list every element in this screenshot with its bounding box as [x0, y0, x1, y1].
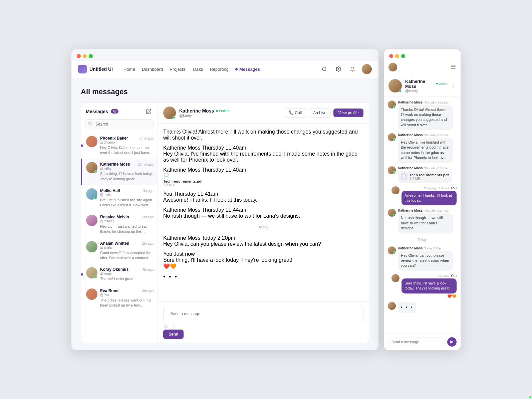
unread-dot — [81, 273, 83, 276]
msg-bubble: No rush though — we still have to wait f… — [398, 213, 453, 233]
msg-avatar — [388, 209, 396, 217]
contact-item[interactable]: Phoenix Baker 5min ago @phoenix Hey Oliv… — [81, 133, 158, 159]
online-dot — [393, 138, 395, 141]
archive-button[interactable]: Archive — [309, 108, 331, 118]
sp-send-button[interactable] — [447, 337, 457, 347]
sp-minimize-button[interactable] — [395, 54, 399, 58]
search-input[interactable] — [85, 119, 154, 129]
send-button[interactable]: Send — [163, 330, 184, 339]
call-button[interactable]: Call — [285, 108, 306, 118]
contact-preview: I've just published the site again. Look… — [100, 198, 154, 208]
msg-meta: You Thursday 11:41am — [402, 186, 457, 190]
contact-handle: @koray — [100, 272, 154, 275]
sp-maximize-button[interactable] — [401, 54, 405, 58]
contact-item[interactable]: Katherine Moss 20min ago @kathy Sure thi… — [81, 159, 158, 185]
search-box — [85, 119, 154, 129]
notifications-button[interactable] — [348, 64, 357, 74]
contact-time: 1hr ago — [142, 189, 154, 193]
msg-time: Today 2:20pm — [202, 235, 235, 241]
contact-time: 2hr ago — [142, 215, 154, 219]
contact-item[interactable]: Koray Okumus 4hr ago @koray Thanks! Look… — [81, 264, 158, 285]
msg-time: Thursday 11:40am — [202, 145, 246, 151]
msg-avatar — [388, 246, 396, 254]
msg-content: Thanks Olivia! Almost there. I'll work o… — [163, 129, 363, 141]
contact-name: Katherine Moss — [100, 162, 130, 167]
contact-name-row: Koray Okumus 4hr ago — [100, 267, 154, 272]
msg-sender: You — [451, 186, 457, 190]
file-size: 1.2 MB — [410, 177, 449, 181]
file-info: Tech requirements.pdf 1.2 MB — [163, 179, 363, 187]
msg-time: Thursday 11:41am — [424, 187, 449, 190]
contact-avatar — [86, 188, 97, 200]
message-row: Katherine Moss Thursday 11:40am Hey Oliv… — [388, 133, 457, 163]
msg-content: Katherine Moss Thursday 10:16am Thanks O… — [398, 101, 453, 130]
file-bubble: 📄 Tech requirements.pdf 1.2 MB — [398, 171, 452, 183]
contact-item[interactable]: Analah Whitten 2hr ago @analah Good news… — [81, 238, 158, 264]
msg-bubble: Thanks Olivia! Almost there. I'll work o… — [163, 129, 363, 141]
message-input-wrapper — [163, 306, 363, 323]
page-title: All messages — [81, 87, 369, 96]
emoji-button[interactable]: ☺ — [163, 323, 169, 329]
msg-sender: Katherine Moss — [398, 246, 423, 250]
close-button[interactable] — [77, 54, 81, 58]
contact-info: Phoenix Baker 5min ago @phoenix Hey Oliv… — [100, 136, 154, 156]
nav-home[interactable]: Home — [123, 65, 135, 73]
contact-time: 2hr ago — [142, 242, 154, 245]
msg-time: Today 2:20pm — [424, 247, 443, 250]
contact-avatar — [86, 267, 97, 278]
nav-links: Home Dashboard Projects Tasks Reporting … — [123, 65, 312, 73]
messages-count-badge: 40 — [111, 109, 118, 114]
sp-message-input[interactable] — [388, 338, 445, 346]
msg-avatar — [388, 166, 396, 174]
message-row: Katherine Moss Thursday 11:44am No rush … — [388, 209, 457, 233]
msg-time: Thursday 11:41am — [174, 191, 218, 197]
user-avatar[interactable] — [362, 64, 372, 74]
contact-handle: @analah — [100, 246, 154, 249]
msg-meta: Katherine Moss Thursday 11:40am — [398, 133, 453, 137]
file-name: Tech requirements.pdf — [410, 173, 449, 177]
nav-dashboard[interactable]: Dashboard — [142, 65, 163, 73]
contact-time: 20min ago — [138, 163, 154, 166]
chat-contact-avatar — [163, 107, 176, 119]
msg-avatar — [388, 101, 396, 109]
msg-bubble: Hey Olivia, can you please review the la… — [163, 241, 363, 247]
sp-menu-button[interactable]: ☰ — [451, 63, 456, 71]
minimize-button[interactable] — [83, 54, 87, 58]
contact-info: Katherine Moss 20min ago @kathy Sure thi… — [100, 162, 154, 182]
sp-contact-name: Katherine Moss Online — [405, 79, 447, 89]
msg-sender: Katherine Moss — [163, 167, 200, 173]
online-dot — [393, 251, 395, 254]
nav-reporting[interactable]: Reporting — [210, 65, 229, 73]
message-row: Katherine Moss Thursday 10:16am Thanks O… — [388, 101, 457, 130]
msg-content: • • • — [398, 302, 416, 313]
contact-info: Rosalee Melvin 2hr ago @rosalee Hey Liv … — [100, 215, 154, 234]
message-row: Thanks Olivia! Almost there. I'll work o… — [163, 129, 363, 141]
nav-tasks[interactable]: Tasks — [192, 65, 203, 73]
message-row: Katherine Moss Thursday 11:40am Hey Oliv… — [163, 145, 363, 163]
settings-button[interactable] — [334, 64, 343, 74]
msg-meta: Katherine Moss Today 2:20pm — [163, 235, 363, 241]
msg-meta: You Thursday 11:41am — [163, 191, 363, 197]
contact-item[interactable]: Rosalee Melvin 2hr ago @rosalee Hey Liv … — [81, 211, 158, 238]
nav-projects[interactable]: Projects — [170, 65, 185, 73]
message-input[interactable] — [167, 309, 360, 319]
contact-preview: Thanks! Looks great! — [100, 276, 154, 281]
brand[interactable]: Untitled UI — [78, 65, 113, 73]
contact-name-row: Analah Whitten 2hr ago — [100, 241, 154, 246]
msg-bubble: Awesome! Thanks. I'll look at this today… — [402, 191, 457, 206]
msg-avatar — [391, 186, 400, 194]
maximize-button[interactable] — [89, 54, 93, 58]
sp-close-button[interactable] — [389, 54, 393, 58]
search-button[interactable] — [320, 64, 329, 74]
contact-item[interactable]: Mollie Hall 1hr ago @mollie I've just pu… — [81, 185, 158, 211]
view-profile-button[interactable]: View profile — [333, 109, 363, 117]
nav-messages[interactable]: Messages — [235, 65, 260, 73]
online-badge: Online — [216, 109, 230, 113]
contact-preview: Sure thing, I'll have a look today. They… — [100, 171, 154, 182]
msg-bubble: Hey Olivia, can you please review the la… — [398, 251, 453, 271]
contact-name: Eva Bond — [100, 288, 118, 293]
sp-more-button[interactable]: ⋮ — [451, 82, 456, 89]
more-options-button[interactable]: ⋮ — [171, 323, 177, 330]
compose-button[interactable] — [144, 107, 153, 116]
contact-item[interactable]: Eva Bond 4hr ago @eva The press release … — [81, 285, 158, 312]
